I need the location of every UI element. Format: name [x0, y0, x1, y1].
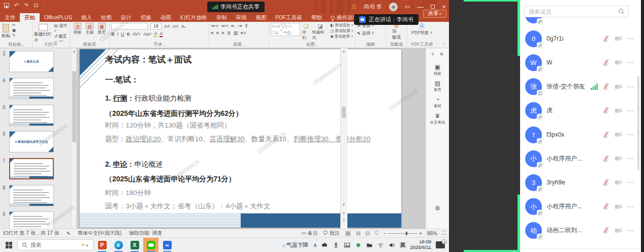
single-page-button[interactable]: ▦单页 — [98, 23, 106, 35]
weather-widget[interactable]: ↓↓气温下降 — [281, 241, 308, 249]
text-direction-icon[interactable]: ≡˅ — [241, 30, 246, 36]
member-row[interactable]: 3 3ryh9e ··· — [520, 171, 641, 195]
present-icon[interactable]: ⊡ — [34, 2, 38, 9]
microphone-muted-icon[interactable] — [602, 59, 610, 67]
underline-button[interactable]: U — [121, 32, 124, 37]
char-spacing-icon[interactable]: AV˅ — [133, 32, 141, 37]
camera-off-icon[interactable] — [615, 179, 623, 186]
bold-button[interactable]: B — [111, 32, 115, 37]
member-search-input[interactable] — [525, 9, 618, 15]
slide-thumbnail-panel[interactable]: 31.基本认识4562.考试内容以及学习方法789 — [0, 48, 71, 229]
member-row[interactable]: 0 0g7r1i ··· — [520, 27, 641, 51]
slide-text-line[interactable]: 1. 行测：行政职业能力检测 — [105, 94, 191, 103]
slide-text-line[interactable]: 时间：120分钟，共130题（国省考相同） — [105, 121, 231, 130]
camera-off-icon[interactable] — [615, 107, 623, 114]
zoom-slider[interactable]: −+ — [383, 231, 422, 236]
collapse-ribbon-icon[interactable]: ⌃ — [442, 43, 446, 48]
microphone-muted-icon[interactable] — [602, 155, 610, 163]
decrease-indent-icon[interactable]: ⇤ — [231, 23, 235, 28]
member-row[interactable]: 虎 虎 ··· — [520, 99, 641, 122]
more-options-icon[interactable]: ··· — [627, 156, 635, 161]
member-row[interactable]: f f3px0x ··· — [520, 123, 641, 147]
speaker-icon[interactable] — [389, 242, 395, 248]
bullets-icon[interactable]: ≔˅ — [211, 23, 218, 28]
quick-styles-button[interactable]: ◪快速样式 — [312, 23, 329, 41]
tray-expand-icon[interactable]: ∧ — [313, 242, 317, 248]
language-indicator[interactable]: 简体中文(中国大陆) — [78, 230, 122, 237]
slide-text-line[interactable]: 题型：政治理论20、常识判断10、言语理解30、数量关系10、判断推理30、资料… — [105, 135, 370, 144]
template-button[interactable]: ▥模板 — [74, 23, 82, 35]
ribbon-tab-插入[interactable]: 插入 — [77, 13, 96, 22]
slide-text-line[interactable]: （2025年山东省考进面行测平均分为62分） — [105, 109, 243, 118]
theme-button[interactable]: ▧主题 — [86, 23, 94, 35]
more-options-icon[interactable]: ··· — [627, 60, 635, 65]
camera-off-icon[interactable] — [615, 227, 623, 234]
wifi-icon[interactable] — [377, 242, 384, 248]
shape-fill-button[interactable]: ◧ 形状填充 ˅ — [330, 23, 353, 28]
ribbon-tab-动画[interactable]: 动画 — [156, 13, 176, 22]
screenshot-icon[interactable] — [344, 242, 350, 248]
ribbon-tab-切换[interactable]: 切换 — [136, 13, 156, 22]
ribbon-tab-录制[interactable]: 录制 — [211, 13, 231, 22]
ribbon-tab-文件[interactable]: 文件 — [0, 13, 20, 22]
slide-text-line[interactable]: 考试内容：笔试＋面试 — [105, 54, 191, 66]
slide-canvas[interactable]: 考试内容：笔试＋面试一.笔试：1. 行测：行政职业能力检测（2025年山东省考进… — [80, 49, 401, 228]
copy-icon[interactable]: ▣ — [12, 28, 16, 33]
next-slide-icon[interactable]: ⇟ — [341, 218, 346, 223]
normal-view-icon[interactable]: ⊞ — [345, 231, 351, 236]
warning-icon[interactable]: ⚠ — [351, 3, 357, 10]
minimize-button[interactable]: — — [417, 3, 424, 11]
comments-button[interactable]: 🗩 批注 — [323, 230, 340, 237]
member-list-scrollbar[interactable] — [637, 76, 639, 170]
shapes-gallery[interactable]: ▭▭╲╲□○□△⌒⇨{} — [271, 23, 300, 36]
notification-center-icon[interactable]: 3 — [436, 241, 445, 248]
account-avatar[interactable]: ☻ — [389, 3, 398, 11]
ribbon-tab-视图[interactable]: 视图 — [251, 13, 271, 22]
side-toolbar-template[interactable]: ▣模板 — [426, 64, 449, 76]
slide-thumbnail-9[interactable] — [9, 211, 54, 229]
ribbon-tab-PDF工具箱[interactable]: PDF工具箱 — [271, 13, 307, 22]
change-case-icon[interactable]: Aa˅ — [143, 32, 151, 37]
microphone-muted-icon[interactable] — [602, 179, 610, 186]
undo-icon[interactable]: ↶ — [14, 2, 19, 9]
clear-format-icon[interactable]: A̶ — [181, 23, 184, 29]
notes-button[interactable]: ▭ 备注 — [302, 230, 318, 237]
grow-font-icon[interactable]: A˄ — [164, 23, 170, 29]
ribbon-tab-帮助[interactable]: 帮助 — [307, 13, 327, 22]
select-button[interactable]: ⬉ 选择 ˅ — [357, 30, 374, 37]
save-icon[interactable] — [4, 3, 9, 8]
camera-off-icon[interactable] — [615, 59, 623, 66]
ribbon-tab-幻灯片放映[interactable]: 幻灯片放映 — [176, 13, 212, 22]
side-toolbar-beautify[interactable]: ♛全文美化 — [426, 112, 449, 125]
microphone-muted-icon[interactable] — [602, 83, 610, 90]
slide-text-line[interactable]: 2. 申论：申论概述 — [105, 160, 163, 169]
side-toolbar-single-page[interactable]: ▤单页 — [426, 80, 449, 92]
camera-off-icon[interactable] — [615, 203, 623, 210]
camera-off-icon[interactable] — [615, 83, 623, 90]
layout-button[interactable]: ▤ 版式 ˅ — [54, 23, 68, 33]
microphone-muted-icon[interactable] — [602, 107, 610, 114]
slide-text-line[interactable]: 时间：180分钟 — [105, 188, 151, 198]
arrange-button[interactable]: ❏排列˅ — [302, 23, 310, 42]
addins-button[interactable]: 加载项 — [392, 28, 401, 41]
start-button[interactable] — [0, 242, 17, 248]
align-left-icon[interactable]: ≡ — [211, 30, 214, 36]
folder-icon[interactable] — [366, 242, 373, 248]
customize-quick-access-icon[interactable]: · — [44, 3, 46, 9]
slide-thumbnail-3[interactable]: 1.基本认识 — [9, 51, 54, 72]
ribbon-display-options-icon[interactable]: ▭ — [405, 4, 410, 10]
fit-to-window-icon[interactable]: ⛶ — [442, 230, 446, 236]
ribbon-tab-审阅[interactable]: 审阅 — [231, 13, 251, 22]
more-options-icon[interactable]: ··· — [627, 37, 635, 41]
increase-indent-icon[interactable]: ⇥ — [238, 23, 242, 28]
taskbar-app-meeting[interactable]: ∞ — [159, 238, 175, 252]
more-options-icon[interactable]: ··· — [627, 133, 635, 137]
close-panel-icon[interactable]: ✕ — [439, 51, 443, 57]
taskbar-app-wechat[interactable] — [143, 238, 158, 252]
ribbon-tab-开始[interactable]: 开始 — [20, 13, 40, 22]
align-center-icon[interactable]: ≡ — [216, 30, 219, 36]
align-right-icon[interactable]: ≡ — [221, 30, 224, 36]
side-toolbar-settings[interactable]: ⚙ — [426, 205, 449, 212]
justify-icon[interactable]: ≣ — [227, 30, 231, 36]
camera-off-icon[interactable] — [615, 131, 623, 138]
